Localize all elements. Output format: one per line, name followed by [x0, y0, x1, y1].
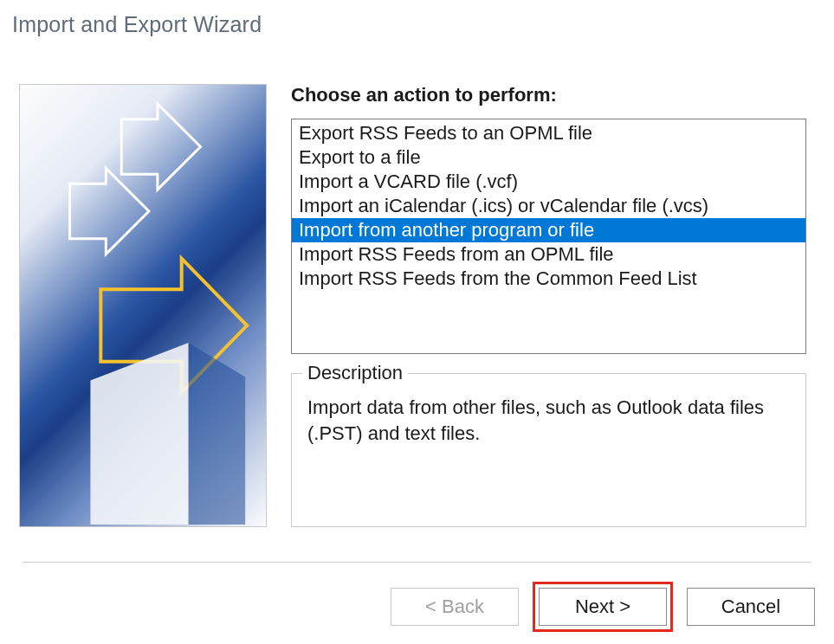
action-list-item[interactable]: Import RSS Feeds from the Common Feed Li… [292, 267, 805, 291]
action-list-item[interactable]: Import an iCalendar (.ics) or vCalendar … [292, 194, 805, 218]
next-button-highlight: Next > [533, 582, 673, 632]
wizard-body: Choose an action to perform: Export RSS … [0, 42, 834, 544]
wizard-graphic [19, 84, 267, 527]
description-group: Description Import data from other files… [291, 373, 806, 527]
action-list-item[interactable]: Import a VCARD file (.vcf) [292, 170, 805, 194]
action-list-item[interactable]: Export to a file [292, 145, 805, 170]
description-text: Import data from other files, such as Ou… [307, 395, 790, 446]
arrow-graphic-icon [20, 85, 266, 525]
action-list-item[interactable]: Import RSS Feeds from an OPML file [292, 242, 805, 267]
cancel-button[interactable]: Cancel [687, 588, 815, 626]
action-list-item[interactable]: Export RSS Feeds to an OPML file [292, 121, 805, 145]
action-list-item[interactable]: Import from another program or file [292, 218, 805, 242]
button-row: < Back Next > Cancel [0, 563, 834, 632]
action-listbox[interactable]: Export RSS Feeds to an OPML fileExport t… [291, 119, 806, 354]
next-button[interactable]: Next > [539, 588, 667, 626]
description-legend: Description [302, 362, 408, 384]
window-title: Import and Export Wizard [0, 0, 834, 42]
right-pane: Choose an action to perform: Export RSS … [291, 84, 806, 527]
prompt-label: Choose an action to perform: [291, 84, 806, 106]
back-button[interactable]: < Back [391, 588, 519, 626]
